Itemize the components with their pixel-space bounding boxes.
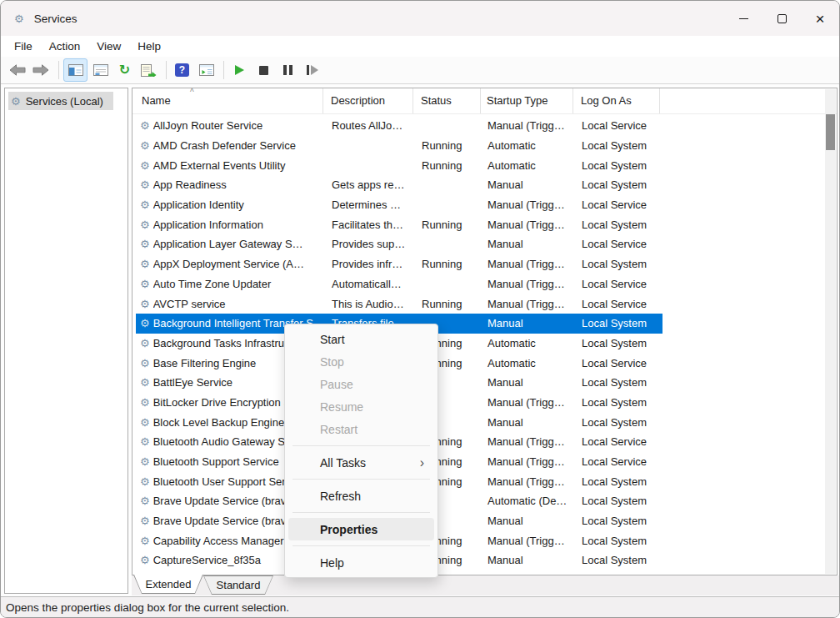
context-menu-item-all-tasks[interactable]: All Tasks› <box>288 451 434 474</box>
table-row[interactable]: ⚙AppX Deployment Service (A…Provides inf… <box>136 254 662 274</box>
services-app-icon: ⚙ <box>14 13 24 24</box>
service-log-on-as: Local System <box>574 178 661 191</box>
start-service-icon[interactable] <box>228 59 251 81</box>
service-log-on-as: Local Service <box>574 238 661 250</box>
sidebar-item-services-local[interactable]: ⚙ Services (Local) <box>8 92 113 110</box>
context-menu-item-help[interactable]: Help <box>288 551 434 574</box>
services-gear-icon: ⚙ <box>11 96 21 107</box>
service-startup-type: Manual (Trigg… <box>482 396 574 409</box>
service-name: Application Information <box>153 219 324 231</box>
service-description: Determines … <box>324 198 414 211</box>
service-gear-icon: ⚙ <box>140 199 150 210</box>
show-action-pane-icon[interactable] <box>195 59 218 81</box>
service-gear-icon: ⚙ <box>140 318 150 329</box>
maximize-button[interactable] <box>762 1 801 36</box>
service-gear-icon: ⚙ <box>140 495 150 506</box>
refresh-icon[interactable]: ↻ <box>113 59 136 81</box>
restart-service-icon[interactable] <box>301 59 323 81</box>
service-gear-icon: ⚙ <box>140 140 150 151</box>
service-log-on-as: Local System <box>574 317 661 329</box>
service-gear-icon: ⚙ <box>140 456 150 467</box>
restart-glyph <box>307 65 318 75</box>
service-log-on-as: Local Service <box>574 357 661 369</box>
export-list-icon[interactable] <box>138 59 160 81</box>
menu-action[interactable]: Action <box>41 38 89 54</box>
close-button[interactable]: × <box>801 1 839 36</box>
menu-file[interactable]: File <box>6 38 41 54</box>
column-header-description[interactable]: Description <box>323 88 413 113</box>
title-bar: ⚙ Services × <box>1 1 839 37</box>
service-log-on-as: Local System <box>574 376 661 389</box>
service-gear-icon: ⚙ <box>140 120 150 131</box>
pause-service-icon[interactable] <box>277 59 299 81</box>
table-row[interactable]: ⚙Application IdentityDetermines …Manual … <box>136 195 662 215</box>
tab-extended[interactable]: Extended <box>133 575 203 594</box>
service-name-cell: ⚙Application Identity <box>138 198 324 211</box>
context-menu-item-properties[interactable]: Properties <box>288 518 434 540</box>
service-name-cell: ⚙AMD Crash Defender Service <box>138 139 324 152</box>
service-log-on-as: Local System <box>574 258 661 270</box>
forward-icon[interactable] <box>30 59 52 81</box>
menu-view[interactable]: View <box>88 38 129 54</box>
service-gear-icon: ⚙ <box>140 279 150 289</box>
service-gear-icon: ⚙ <box>140 160 150 171</box>
services-list-panel: ^ NameDescriptionStatusStartup TypeLog O… <box>132 88 838 575</box>
refresh-glyph: ↻ <box>119 63 130 77</box>
stop-service-icon[interactable] <box>252 59 275 81</box>
scrollbar-thumb[interactable] <box>826 114 835 150</box>
table-row[interactable]: ⚙Auto Time Zone UpdaterAutomaticall…Manu… <box>136 274 662 294</box>
toolbar: ↻ ? <box>1 57 839 84</box>
column-header-startup-type[interactable]: Startup Type <box>481 88 573 113</box>
column-header-filler <box>660 88 837 113</box>
menu-help[interactable]: Help <box>129 38 169 54</box>
service-name: AllJoyn Router Service <box>153 119 324 132</box>
context-menu: StartStopPauseResumeRestartAll Tasks›Ref… <box>284 324 438 578</box>
caption-buttons: × <box>724 1 839 36</box>
service-name-cell: ⚙Application Layer Gateway S… <box>138 238 324 250</box>
close-icon: × <box>815 11 824 27</box>
table-row[interactable]: ⚙Application Layer Gateway S…Provides su… <box>136 234 662 254</box>
service-log-on-as: Local Service <box>574 119 661 132</box>
vertical-scrollbar[interactable] <box>825 89 836 574</box>
service-gear-icon: ⚙ <box>140 515 150 526</box>
service-name: AppX Deployment Service (A… <box>153 258 324 270</box>
minimize-icon <box>739 18 748 19</box>
column-header-name[interactable]: Name <box>137 88 323 113</box>
table-row[interactable]: ⚙AMD External Events UtilityRunningAutom… <box>136 155 662 175</box>
context-menu-item-refresh[interactable]: Refresh <box>288 485 434 507</box>
service-status: Running <box>414 139 482 152</box>
table-row[interactable]: ⚙AllJoyn Router ServiceRoutes AllJo…Manu… <box>136 116 662 136</box>
service-gear-icon: ⚙ <box>140 338 150 349</box>
menu-separator <box>292 545 430 546</box>
help-icon[interactable]: ? <box>171 59 193 81</box>
column-header-status[interactable]: Status <box>413 88 481 113</box>
service-name-cell: ⚙AllJoyn Router Service <box>138 119 324 132</box>
table-row[interactable]: ⚙AVCTP serviceThis is Audio…RunningManua… <box>136 294 662 314</box>
sidebar-item-label: Services (Local) <box>26 95 103 108</box>
minimize-button[interactable] <box>724 1 762 36</box>
context-menu-item-label: Properties <box>320 523 378 536</box>
table-row[interactable]: ⚙Application InformationFacilitates th…R… <box>136 214 662 234</box>
service-startup-type: Manual (Trigg… <box>482 455 574 468</box>
table-row[interactable]: ⚙AMD Crash Defender ServiceRunningAutoma… <box>136 136 662 156</box>
service-status: Running <box>414 298 482 310</box>
services-window: ⚙ Services × FileActionViewHelp ↻ <box>0 0 840 618</box>
service-gear-icon: ⚙ <box>140 239 150 249</box>
menu-separator <box>292 445 430 446</box>
service-description: Gets apps re… <box>324 178 414 191</box>
submenu-arrow-icon: › <box>420 455 424 470</box>
properties-icon[interactable] <box>89 59 112 81</box>
table-row[interactable]: ⚙App ReadinessGets apps re…ManualLocal S… <box>136 175 662 195</box>
service-startup-type: Manual <box>482 178 574 191</box>
service-name-cell: ⚙App Readiness <box>138 178 324 191</box>
service-gear-icon: ⚙ <box>140 555 150 565</box>
service-startup-type: Automatic <box>482 139 574 152</box>
back-icon[interactable] <box>6 59 28 81</box>
service-name-cell: ⚙AMD External Events Utility <box>138 159 324 172</box>
service-gear-icon: ⚙ <box>140 259 150 269</box>
show-console-tree-icon[interactable] <box>63 58 88 82</box>
tab-standard[interactable]: Standard <box>203 575 273 595</box>
column-header-log-on-as[interactable]: Log On As <box>573 88 660 113</box>
context-menu-item-start[interactable]: Start <box>288 328 434 350</box>
sort-ascending-icon: ^ <box>190 88 194 97</box>
